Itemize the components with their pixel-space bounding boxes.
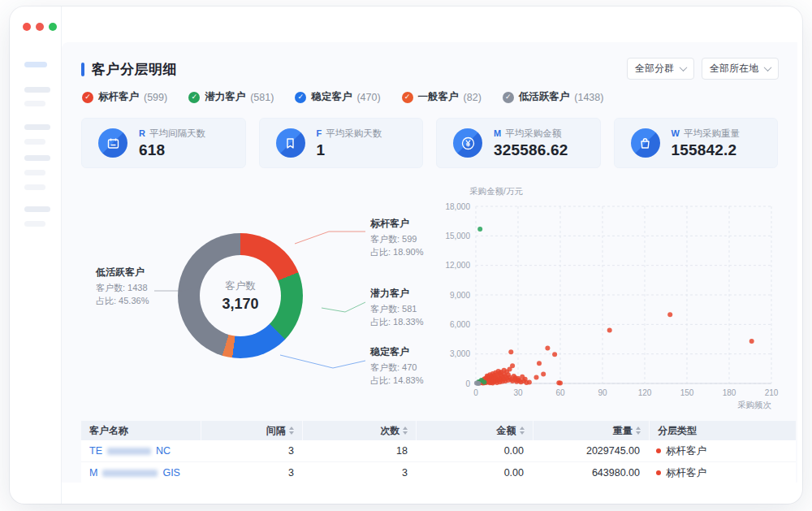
location-filter-dropdown[interactable]: 全部所在地: [702, 58, 779, 80]
sidebar-skeleton-item: [24, 87, 50, 93]
donut-center-label: 客户数: [225, 279, 256, 293]
legend-count: (1438): [574, 92, 603, 103]
sort-icon[interactable]: [520, 427, 525, 435]
column-header-times[interactable]: 次数: [303, 421, 416, 440]
table-header: 客户名称 间隔 次数 金额 重量 分层类型: [81, 421, 796, 440]
legend-item-benchmark[interactable]: ✓ 标杆客户 (599): [82, 90, 167, 104]
callout-title: 低活跃客户: [96, 266, 185, 279]
stat-prefix: F: [317, 128, 322, 138]
customer-name-link[interactable]: TENC: [89, 445, 171, 457]
sidebar-skeleton-item: [24, 139, 45, 145]
stat-card-weight: W平均采购重量 155842.2: [614, 118, 779, 168]
svg-text:0: 0: [465, 379, 470, 388]
cell-type: 标杆客户: [648, 466, 795, 480]
sidebar-skeleton-item: [24, 184, 45, 190]
type-dot-icon: [656, 448, 661, 453]
check-circle-icon: ✓: [402, 92, 413, 103]
customer-table: 客户名称 间隔 次数 金额 重量 分层类型 TENC 3 18 0.00 202…: [81, 421, 796, 483]
check-circle-icon: ✓: [295, 92, 306, 103]
stat-card-recency: R平均间隔天数 618: [81, 118, 246, 168]
donut-center-value: 3,170: [222, 296, 258, 313]
table-row: TENC 3 18 0.00 2029745.00 标杆客户: [81, 440, 796, 462]
group-filter-dropdown[interactable]: 全部分群: [627, 58, 694, 80]
sidebar-skeleton-item: [24, 221, 45, 227]
legend-item-lowactive[interactable]: ✓ 低活跃客户 (1438): [503, 90, 604, 104]
sidebar-skeleton-item: [24, 124, 50, 130]
check-circle-icon: ✓: [188, 92, 200, 103]
bookmark-icon: [276, 128, 305, 158]
svg-text:150: 150: [680, 388, 694, 397]
chevron-down-icon: [764, 63, 772, 71]
svg-text:30: 30: [513, 388, 523, 397]
sort-icon[interactable]: [403, 427, 408, 435]
column-header-interval[interactable]: 间隔: [201, 421, 301, 440]
svg-text:3,000: 3,000: [450, 349, 470, 358]
legend-item-general[interactable]: ✓ 一般客户 (82): [402, 90, 482, 104]
column-header-amount[interactable]: 金额: [417, 421, 532, 440]
stat-label: 平均采购天数: [326, 128, 382, 140]
stat-prefix: W: [672, 128, 680, 138]
sidebar-skeleton-item: [24, 170, 45, 175]
svg-text:90: 90: [598, 388, 607, 397]
svg-text:210: 210: [765, 388, 779, 397]
stat-label: 平均采购金额: [505, 128, 561, 140]
legend-label: 标杆客户: [98, 90, 139, 104]
segment-legend: ✓ 标杆客户 (599) ✓ 潜力客户 (581) ✓ 稳定客户 (470) ✓…: [82, 90, 603, 104]
svg-text:180: 180: [723, 388, 736, 397]
page-header: 客户分层明细: [81, 60, 177, 79]
svg-text:采购金额/万元: 采购金额/万元: [469, 186, 523, 196]
legend-label: 低活跃客户: [519, 90, 570, 104]
filter-bar: 全部分群 全部所在地: [627, 58, 779, 80]
legend-count: (470): [356, 92, 380, 103]
sort-icon[interactable]: [289, 427, 294, 435]
callout-count: 客户数: 1438: [96, 282, 185, 295]
legend-count: (581): [250, 92, 274, 103]
customer-name-link[interactable]: MGIS: [89, 467, 180, 479]
stat-value: 325586.62: [494, 141, 568, 159]
app-window: 客户分层明细 全部分群 全部所在地 ✓ 标杆客户 (599) ✓ 潜力客户 (5…: [10, 6, 802, 504]
cell-interval: 3: [201, 467, 302, 479]
stat-cards: R平均间隔天数 618 F平均采购天数 1 M平均采购金额: [81, 118, 778, 168]
legend-count: (82): [464, 92, 482, 103]
group-filter-label: 全部分群: [635, 62, 674, 76]
cell-times: 18: [302, 445, 416, 457]
column-header-type: 分层类型: [650, 421, 796, 440]
svg-text:120: 120: [638, 388, 652, 397]
svg-text:9,000: 9,000: [450, 291, 470, 300]
stat-label: 平均间隔天数: [149, 128, 205, 140]
column-header-name: 客户名称: [81, 421, 201, 440]
redacted-text: [107, 448, 151, 455]
legend-label: 一般客户: [418, 90, 459, 104]
legend-item-potential[interactable]: ✓ 潜力客户 (581): [188, 90, 274, 104]
sort-icon[interactable]: [636, 427, 641, 435]
type-dot-icon: [656, 470, 661, 475]
svg-text:15,000: 15,000: [445, 232, 470, 240]
column-header-weight[interactable]: 重量: [533, 421, 649, 440]
donut-center: 客户数 3,170: [200, 255, 281, 336]
scatter-chart[interactable]: 03,0006,0009,00012,00015,00018,000030609…: [445, 184, 786, 411]
cell-interval: 3: [201, 445, 302, 457]
svg-text:60: 60: [555, 388, 565, 397]
sidebar-skeleton-item: [24, 155, 50, 161]
check-circle-icon: ✓: [82, 92, 93, 103]
cell-weight: 2029745.00: [532, 445, 648, 457]
stat-prefix: M: [494, 128, 501, 138]
sidebar-skeleton-item: [24, 206, 50, 212]
calendar-icon: [98, 128, 127, 158]
main-panel: 客户分层明细 全部分群 全部所在地 ✓ 标杆客户 (599) ✓ 潜力客户 (5…: [62, 42, 797, 483]
svg-text:6,000: 6,000: [450, 320, 470, 329]
legend-item-stable[interactable]: ✓ 稳定客户 (470): [295, 90, 380, 104]
stat-prefix: R: [139, 128, 145, 138]
shopping-bag-icon: [631, 128, 660, 158]
legend-count: (599): [144, 92, 167, 103]
svg-text:18,000: 18,000: [445, 202, 470, 211]
redacted-text: [102, 470, 158, 477]
check-circle-icon: ✓: [503, 92, 514, 103]
svg-text:采购频次: 采购频次: [737, 400, 772, 409]
donut-chart-area: 客户数 3,170 标杆客户 客户数: 599 占比: 18.90% 潜力客户 …: [81, 199, 437, 404]
callout-pct: 占比: 45.36%: [96, 295, 185, 308]
stat-value: 618: [139, 141, 205, 159]
svg-text:12,000: 12,000: [445, 261, 470, 270]
svg-text:0: 0: [473, 388, 478, 397]
sidebar-skeleton-item-active: [24, 62, 47, 67]
